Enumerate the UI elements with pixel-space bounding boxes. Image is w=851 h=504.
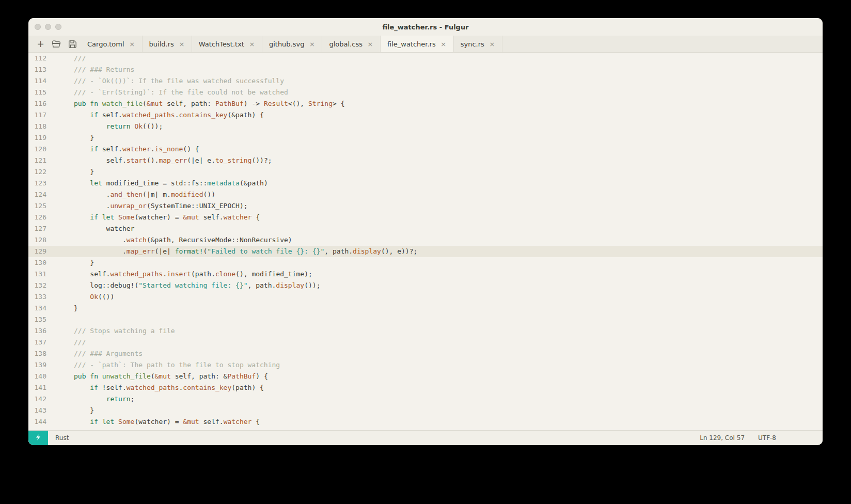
code-text: .and_then(|m| m.modified()) [46, 189, 215, 200]
code-token: . [74, 247, 127, 255]
code-token: watched_paths [122, 111, 175, 119]
code-line[interactable]: 122 } [28, 166, 823, 178]
save-file-button[interactable] [65, 36, 81, 52]
code-line[interactable]: 141 if !self.watched_paths.contains_key(… [28, 382, 823, 393]
save-icon [69, 40, 76, 48]
code-token: (()) [98, 293, 114, 301]
tab-file-watcher-rs[interactable]: file_watcher.rs × [381, 36, 454, 52]
app-badge[interactable] [28, 431, 48, 445]
tab-watchtest-txt[interactable]: WatchTest.txt × [192, 36, 262, 52]
code-token [74, 293, 90, 301]
code-line[interactable]: 135 [28, 314, 823, 325]
tab-github-svg[interactable]: github.svg × [262, 36, 323, 52]
code-text: pub fn watch_file(&mut self, path: PathB… [46, 98, 344, 109]
code-line[interactable]: 126 if let Some(watcher) = &mut self.wat… [28, 212, 823, 223]
close-tab-icon[interactable]: × [489, 41, 495, 48]
close-tab-icon[interactable]: × [129, 41, 135, 48]
code-line[interactable]: 143 } [28, 405, 823, 416]
line-number: 119 [28, 132, 46, 144]
code-line[interactable]: 131 self.watched_paths.insert(path.clone… [28, 269, 823, 280]
code-token: /// ### Returns [74, 66, 134, 73]
tab-cargo-toml[interactable]: Cargo.toml × [81, 36, 143, 52]
code-line[interactable]: 138/// ### Arguments [28, 348, 823, 359]
editor-window: file_watcher.rs - Fulgur + Cargo.toml × … [28, 18, 823, 445]
language-label[interactable]: Rust [55, 434, 69, 442]
line-number: 116 [28, 98, 46, 109]
code-text: let modified_time = std::fs::metadata(&p… [46, 178, 268, 189]
code-line[interactable]: 128 .watch(&path, RecursiveMode::NonRecu… [28, 234, 823, 246]
code-token: <(), [288, 100, 308, 107]
code-line[interactable]: 129 .map_err(|e| format!("Failed to watc… [28, 246, 823, 257]
code-line[interactable]: 114/// - `Ok(())`: If the file was watch… [28, 75, 823, 87]
line-number: 125 [28, 200, 46, 212]
code-line[interactable]: 120 if self.watcher.is_none() { [28, 144, 823, 155]
close-tab-icon[interactable]: × [367, 41, 373, 48]
code-line[interactable]: 140pub fn unwatch_file(&mut self, path: … [28, 371, 823, 382]
close-tab-icon[interactable]: × [179, 41, 185, 48]
close-tab-icon[interactable]: × [249, 41, 255, 48]
code-text: .unwrap_or(SystemTime::UNIX_EPOCH); [46, 200, 248, 212]
line-number: 134 [28, 303, 46, 314]
window-title: file_watcher.rs - Fulgur [382, 23, 468, 31]
code-line[interactable]: 142 return; [28, 393, 823, 405]
code-line[interactable]: 123 let modified_time = std::fs::metadat… [28, 178, 823, 189]
code-line[interactable]: 113/// ### Returns [28, 64, 823, 75]
code-text: /// - `Ok(())`: If the file was watched … [46, 75, 284, 87]
tab-label: sync.rs [461, 40, 484, 48]
code-text: return Ok(()); [46, 121, 163, 132]
code-token: if [90, 384, 102, 391]
code-line[interactable]: 139/// - `path`: The path to the file to… [28, 359, 823, 371]
line-number: 135 [28, 314, 46, 325]
code-token: !self. [102, 384, 127, 391]
line-number: 120 [28, 144, 46, 155]
code-text: } [46, 303, 78, 314]
code-line[interactable]: 144 if let Some(watcher) = &mut self.wat… [28, 416, 823, 428]
code-line[interactable]: 136/// Stops watching a file [28, 325, 823, 337]
new-tab-button[interactable]: + [33, 36, 49, 52]
code-token: self. [203, 213, 223, 221]
title-bar: file_watcher.rs - Fulgur [28, 18, 823, 36]
cursor-position[interactable]: Ln 129, Col 57 [700, 434, 745, 442]
code-line[interactable]: 119 } [28, 132, 823, 144]
code-line[interactable]: 134} [28, 303, 823, 314]
code-line[interactable]: 127 watcher [28, 223, 823, 234]
minimize-window-button[interactable] [45, 24, 51, 30]
code-line[interactable]: 137/// [28, 337, 823, 348]
code-line[interactable]: 121 self.start().map_err(|e| e.to_string… [28, 155, 823, 166]
code-line[interactable]: 124 .and_then(|m| m.modified()) [28, 189, 823, 200]
code-token: } [74, 134, 94, 141]
tab-bar: + Cargo.toml × build.rs × WatchTest.txt … [28, 36, 823, 53]
code-editor[interactable]: 112///113/// ### Returns114/// - `Ok(())… [28, 53, 823, 430]
code-token: (path. [191, 270, 215, 278]
code-line[interactable]: 116pub fn watch_file(&mut self, path: Pa… [28, 98, 823, 109]
code-token: String [308, 100, 333, 107]
line-number: 118 [28, 121, 46, 132]
code-line[interactable]: 117 if self.watched_paths.contains_key(&… [28, 109, 823, 121]
zoom-window-button[interactable] [55, 24, 61, 30]
open-folder-button[interactable] [49, 36, 65, 52]
close-tab-icon[interactable]: × [440, 41, 447, 48]
code-line[interactable]: 112/// [28, 53, 823, 64]
code-line[interactable]: 125 .unwrap_or(SystemTime::UNIX_EPOCH); [28, 200, 823, 212]
code-line[interactable]: 115/// - `Err(String)`: If the file coul… [28, 87, 823, 98]
code-line[interactable]: 133 Ok(()) [28, 291, 823, 303]
tab-label: github.svg [269, 40, 305, 48]
close-tab-icon[interactable]: × [309, 41, 315, 48]
code-line[interactable]: 118 return Ok(()); [28, 121, 823, 132]
encoding-label[interactable]: UTF-8 [758, 434, 776, 442]
tab-global-css[interactable]: global.css × [322, 36, 380, 52]
line-number: 133 [28, 291, 46, 303]
code-token: /// - `path`: The path to the file to st… [74, 361, 280, 369]
code-token: ( [143, 100, 147, 107]
tab-build-rs[interactable]: build.rs × [143, 36, 192, 52]
code-token [74, 145, 90, 153]
code-token: watch_file [102, 100, 143, 107]
code-token: map_err [127, 247, 155, 255]
code-token: "Failed to watch file {}: {}" [207, 247, 324, 255]
code-line[interactable]: 130 } [28, 257, 823, 269]
close-window-button[interactable] [35, 24, 41, 30]
tab-sync-rs[interactable]: sync.rs × [454, 36, 502, 52]
code-token [74, 395, 106, 403]
line-number: 122 [28, 166, 46, 178]
code-line[interactable]: 132 log::debug!("Started watching file: … [28, 280, 823, 291]
